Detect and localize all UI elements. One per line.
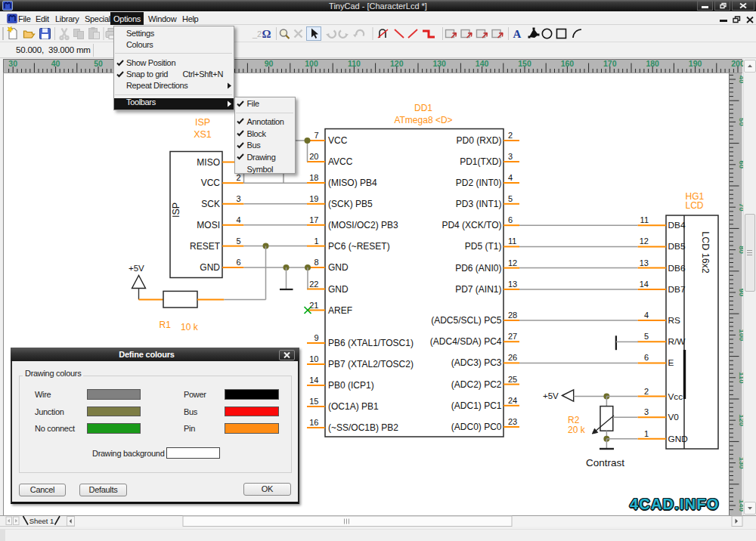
svg-text:190: 190: [689, 59, 702, 68]
svg-text:A: A: [513, 28, 522, 40]
svg-text:40: 40: [51, 59, 60, 68]
svg-text:180: 180: [646, 59, 659, 68]
svg-text:Ω: Ω: [262, 28, 271, 40]
svg-text:170: 170: [603, 59, 617, 68]
svg-text:50: 50: [94, 59, 103, 68]
svg-text:110: 110: [348, 59, 361, 68]
svg-text:120: 120: [390, 59, 404, 68]
svg-text:140: 140: [476, 59, 489, 68]
svg-text:_2: _2: [252, 29, 262, 39]
svg-text:30: 30: [8, 59, 17, 68]
svg-text:Sheet 1: Sheet 1: [29, 517, 54, 525]
svg-text:160: 160: [561, 59, 575, 68]
svg-text:90: 90: [265, 59, 274, 68]
svg-text:100: 100: [305, 59, 318, 68]
svg-text:150: 150: [518, 59, 531, 68]
svg-text:130: 130: [432, 59, 446, 68]
